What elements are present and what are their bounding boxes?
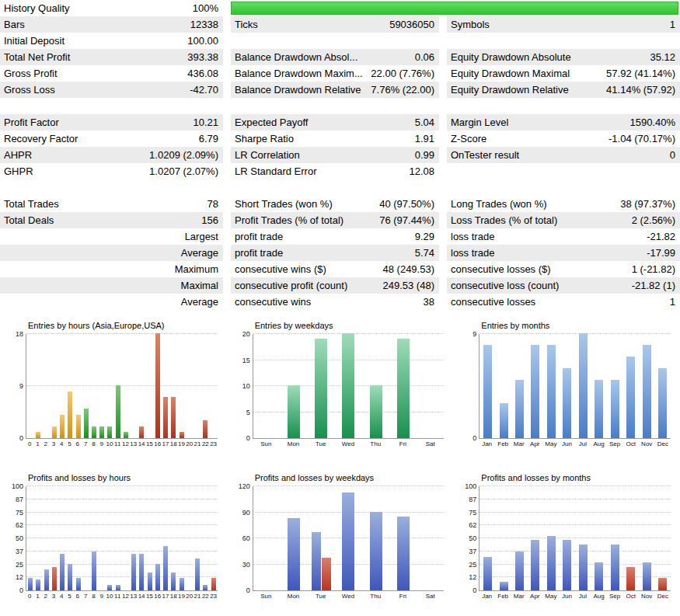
stat-label: profit trade — [231, 247, 415, 259]
column-gap — [439, 196, 447, 212]
chart-profits-losses-by-hours: Profits and losses by hours 012253750627… — [0, 464, 227, 616]
x-axis-label: 3 — [50, 593, 58, 600]
statistics-table: History Quality100%Bars12338Ticks5903605… — [0, 0, 680, 310]
stats-cell: Total Trades78 — [0, 196, 223, 212]
stat-label: Equity Drawdown Absolute — [447, 51, 650, 63]
profit-bar — [342, 492, 354, 590]
stats-cell: consecutive wins38 — [231, 294, 439, 310]
bars-area — [479, 486, 671, 590]
bar-slot — [90, 334, 98, 438]
x-axis-label: 15 — [145, 593, 153, 600]
loss-bar — [322, 558, 331, 590]
column-gap — [439, 261, 447, 277]
stat-label: Ticks — [231, 19, 389, 30]
column-gap — [223, 131, 231, 147]
x-axis-label: Mar — [511, 440, 527, 448]
bar-slot — [639, 486, 654, 590]
profit-bar — [547, 536, 556, 590]
bar — [626, 357, 635, 438]
stat-label: Total Deals — [0, 214, 201, 226]
stat-value: 38 — [424, 296, 439, 308]
profit-bar — [36, 579, 40, 590]
y-axis-label: 0 — [246, 587, 250, 594]
spacer-row — [0, 179, 680, 196]
x-axis-label: Apr — [527, 440, 543, 448]
bar-slot — [389, 486, 417, 590]
y-axis-label: 100 — [12, 483, 23, 490]
x-axis-label: 1 — [33, 593, 41, 600]
y-axis-label: 50 — [469, 535, 476, 542]
x-axis-label: Mar — [511, 593, 527, 600]
stats-cell: Margin Level1590.40% — [447, 114, 680, 131]
profit-bar — [60, 554, 65, 590]
bar-slot — [98, 334, 106, 438]
chart-plot: 0306090120 — [253, 486, 445, 591]
bar-slot — [335, 486, 362, 590]
stats-cell: Ticks59036050 — [231, 16, 439, 33]
bar-slot — [623, 486, 639, 590]
profit-bar — [643, 562, 651, 590]
x-axis-label: 5 — [65, 593, 73, 600]
stats-cell: Equity Drawdown Absolute35.12 — [447, 49, 680, 65]
stats-row: Initial Deposit100.00 — [0, 33, 680, 49]
chart-plot: 09 — [479, 334, 671, 439]
bar-slot — [169, 486, 177, 590]
bar — [92, 426, 96, 438]
y-axis-label: 0 — [246, 435, 250, 442]
stats-cell: consecutive profit (count)249.53 (48) — [231, 277, 439, 294]
bar-slot — [575, 486, 591, 590]
stat-label: Total Trades — [0, 198, 207, 210]
bar — [124, 432, 128, 438]
y-axis-label: 60 — [242, 535, 250, 542]
stat-label: Symbols — [447, 19, 670, 30]
y-axis-label: 0 — [473, 587, 476, 594]
stat-value: -1.04 (70.17%) — [609, 133, 680, 144]
bar-slot — [654, 334, 670, 438]
loss-bar — [52, 567, 57, 590]
x-axis-label: Jan — [479, 593, 495, 600]
stats-cell: Long Trades (won %)38 (97.37%) — [447, 196, 680, 212]
bar-slot — [122, 486, 130, 590]
bar-slot — [26, 334, 34, 438]
bar-slot — [194, 334, 201, 438]
stat-value: 9.29 — [415, 231, 439, 242]
charts-grid: Entries by hours (Asia,Europe,USA) 0918 … — [0, 311, 680, 616]
bar — [658, 368, 667, 438]
x-axis-label: 12 — [121, 440, 129, 448]
y-axis-label: 25 — [16, 561, 23, 568]
profit-bar — [163, 546, 168, 590]
stat-label: Expected Payoff — [231, 117, 415, 128]
column-gap — [223, 245, 231, 261]
bar-slot — [417, 486, 444, 590]
stat-value: 2 (2.56%) — [632, 214, 680, 226]
stats-row: GHPR1.0207 (2.07%)LR Standard Error12.08 — [0, 163, 680, 179]
profit-bar — [139, 554, 144, 590]
stats-cell: loss trade-21.82 — [447, 228, 680, 245]
y-axis-label: 25 — [469, 561, 476, 568]
y-axis-label: 30 — [242, 561, 250, 568]
chart-title: Profits and losses by months — [481, 473, 671, 482]
x-axis-label: 13 — [130, 440, 138, 448]
x-axis-label: Dec — [655, 440, 671, 448]
stats-cell: Z-Score-1.04 (70.17%) — [447, 131, 680, 147]
stats-cell: Profit Trades (% of total)76 (97.44%) — [231, 212, 439, 228]
stat-label: consecutive wins — [231, 296, 424, 308]
stat-label: Long Trades (won %) — [447, 198, 620, 210]
x-axis-label: Sep — [607, 593, 623, 600]
stats-cell: Gross Loss-42.70 — [0, 82, 223, 98]
x-axis-label: 17 — [162, 440, 169, 448]
profit-bar — [148, 572, 152, 590]
stats-cell: Equity Drawdown Relative41.14% (57.92) — [447, 82, 680, 98]
column-gap — [439, 228, 447, 245]
stat-value: 57.92 (41.14%) — [606, 68, 680, 79]
y-axis-label: 100 — [465, 483, 476, 490]
stat-value: 0 — [670, 149, 680, 161]
bar-slot — [201, 334, 209, 438]
chart-profits-losses-by-weekdays: Profits and losses by weekdays 030609012… — [227, 464, 454, 616]
x-axis-label: Jan — [479, 440, 495, 448]
bar-slot — [335, 334, 362, 438]
bar — [342, 333, 354, 438]
spacer-row — [0, 98, 680, 114]
profit-bar — [68, 564, 72, 590]
stat-label: loss trade — [447, 247, 647, 259]
